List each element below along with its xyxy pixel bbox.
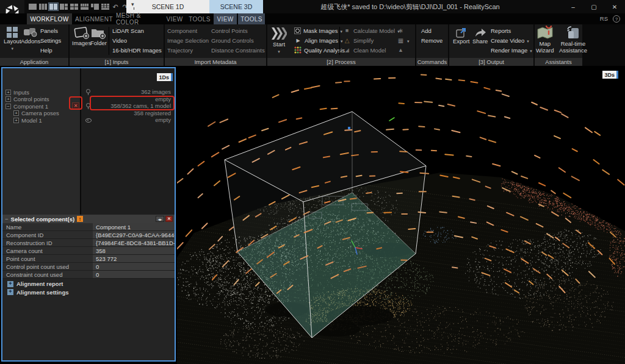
property-label: Component ID — [2, 231, 93, 239]
mask-images-button[interactable]: Mask Images — [294, 26, 342, 35]
tree-item-model-1[interactable]: +Model 1 — [2, 116, 80, 124]
import-control-points-button[interactable]: Control Points — [211, 26, 248, 35]
import-component-button[interactable]: Component — [167, 26, 197, 35]
expander-icon[interactable]: − — [5, 104, 11, 109]
group-alignment-settings[interactable]: +Alignment settings — [2, 288, 175, 296]
map-wizard-button[interactable]: Map Wizard — [536, 26, 554, 54]
chevron-down-icon[interactable] — [527, 37, 529, 44]
layout-2col-icon[interactable] — [49, 3, 58, 10]
layout-grid9-icon[interactable] — [101, 3, 110, 10]
chevron-down-icon[interactable] — [278, 48, 280, 54]
start-button[interactable]: Start — [271, 26, 287, 54]
minimize-button[interactable]: – — [563, 0, 583, 13]
create-video-button[interactable]: Create Video — [491, 36, 529, 45]
tab-scene-3d[interactable]: SCENE 3D — [209, 0, 263, 13]
chevron-down-icon[interactable] — [407, 37, 410, 44]
tree-item-control-points[interactable]: +Control points — [2, 96, 80, 103]
reports-button[interactable]: Reports — [491, 26, 511, 35]
texture-button[interactable] — [397, 26, 405, 35]
puzzle-icon — [23, 27, 38, 38]
hdr-images-button[interactable]: 16-bit/HDR Images — [112, 46, 162, 54]
import-distance-constraints-button[interactable]: Distance Constraints — [211, 46, 265, 54]
render-image-button[interactable]: Render Image — [491, 46, 532, 54]
chevron-down-icon[interactable] — [341, 37, 343, 44]
quality-analysis-button[interactable]: Quality Analysis — [294, 46, 345, 54]
expander-icon[interactable]: + — [5, 96, 11, 102]
addons-button[interactable]: Addons — [21, 27, 40, 45]
group-alignment-report[interactable]: +Alignment report — [2, 280, 175, 288]
tree-item-inputs[interactable]: +Inputs — [2, 88, 80, 96]
calculate-model-button[interactable]: Calculate Model — [343, 26, 400, 35]
import-trajectory-button[interactable]: Trajectory — [167, 46, 193, 54]
tab-tools-3d[interactable]: TOOLS — [238, 13, 265, 24]
tab-view[interactable]: VIEW — [164, 13, 186, 24]
realtime-assistance-button[interactable]: Real-time Assistance — [559, 26, 587, 54]
simplify-button[interactable]: Simplify — [343, 36, 374, 45]
collapse-icon[interactable]: − — [5, 216, 9, 223]
property-row: Constraint count used0 — [2, 271, 175, 279]
tab-scene-1d[interactable]: SCENE 1D — [126, 0, 209, 13]
layout-flag-icon[interactable] — [90, 3, 99, 10]
add-images-button[interactable]: Images — [72, 26, 91, 46]
section-output: Export Share Reports Create Video Render… — [449, 24, 533, 58]
3d-viewport[interactable] — [177, 67, 625, 364]
layout-grid4-icon[interactable] — [80, 3, 89, 10]
add-folder-button[interactable]: Folder — [90, 26, 107, 46]
dock-icon[interactable]: ◂▸ — [156, 216, 164, 222]
clean-model-button[interactable]: Clean Model — [343, 46, 386, 54]
undo-icon[interactable] — [111, 3, 120, 10]
ribbon-tab-row: WORKFLOW ALIGNMENT MESH & COLOR VIEW TOO… — [0, 13, 625, 24]
share-button[interactable]: Share — [472, 28, 488, 45]
tab-alignment[interactable]: ALIGNMENT — [73, 13, 115, 24]
tree-item-camera-poses[interactable]: +Camera poses — [2, 110, 80, 117]
layout-grid2-icon[interactable] — [70, 3, 79, 10]
tab-mesh-color[interactable]: MESH & COLOR — [116, 13, 162, 24]
help-icon[interactable]: ? — [613, 15, 620, 23]
export-button[interactable]: Export — [453, 28, 469, 45]
tab-view-3d[interactable]: VIEW — [214, 13, 237, 24]
remove-command-button[interactable]: Remove — [421, 36, 443, 45]
maximize-button[interactable]: ▢ — [583, 0, 604, 13]
property-value: {74984F4E-8DC8-4381-BB1D-E81... — [93, 239, 175, 247]
eye-icon — [85, 117, 91, 123]
colorize-button[interactable] — [397, 36, 410, 45]
tab-workflow[interactable]: WORKFLOW — [27, 13, 72, 24]
close-panel-icon[interactable]: ✕ — [165, 216, 173, 222]
add-command-button[interactable]: Add — [421, 26, 432, 35]
property-value: Component 1 — [93, 223, 175, 231]
import-ground-controls-button[interactable]: Ground Controls — [211, 36, 254, 45]
pin-icon[interactable] — [131, 3, 137, 10]
expander-icon[interactable]: + — [13, 110, 19, 116]
scene-tree: +Inputs+Control points−Component 1✕+Came… — [2, 68, 80, 215]
tab-tools[interactable]: TOOLS — [187, 13, 212, 24]
section-import-metadata: Component Image Selection Trajectory Con… — [165, 24, 266, 58]
close-button[interactable]: ✕ — [604, 0, 625, 13]
chevron-down-icon[interactable] — [341, 27, 343, 34]
user-badge[interactable]: RS — [600, 15, 608, 22]
layout-single-icon[interactable] — [28, 3, 37, 10]
layout-3col-icon[interactable] — [38, 3, 48, 10]
chevron-down-icon[interactable] — [530, 47, 532, 54]
property-row: Point count523 772 — [2, 255, 175, 263]
expander-icon[interactable]: + — [7, 281, 13, 287]
panels-button[interactable]: Panels — [40, 26, 58, 35]
window-title: 超级飞侠* saved to D:\video\剪辑\DJI\DJI_001 -… — [269, 0, 552, 13]
delete-component-icon[interactable]: ✕ — [72, 102, 79, 110]
import-image-selection-button[interactable]: Image Selection — [167, 36, 209, 45]
tree-item-component-1[interactable]: −Component 1✕ — [2, 102, 80, 110]
smooth-button[interactable] — [397, 46, 405, 54]
properties-header[interactable]: − Selected component(s) ! ◂▸ ✕ — [2, 215, 175, 223]
lidar-scan-button[interactable]: LiDAR Scan — [112, 26, 144, 35]
expander-icon[interactable]: + — [7, 289, 13, 295]
panel-1d[interactable]: +Inputs+Control points−Component 1✕+Came… — [1, 67, 176, 362]
layout-button[interactable]: Layout — [4, 27, 21, 51]
video-button[interactable]: Video — [112, 36, 127, 45]
layout-left-rows-icon[interactable] — [59, 3, 68, 10]
expander-icon[interactable]: + — [13, 118, 19, 123]
align-images-button[interactable]: Align Images — [294, 36, 342, 45]
chevron-down-icon[interactable] — [12, 45, 14, 51]
help-button[interactable]: Help — [40, 46, 52, 54]
expander-icon[interactable]: + — [5, 90, 11, 95]
settings-button[interactable]: Settings — [40, 36, 61, 45]
property-row: Camera count358 — [2, 247, 175, 255]
